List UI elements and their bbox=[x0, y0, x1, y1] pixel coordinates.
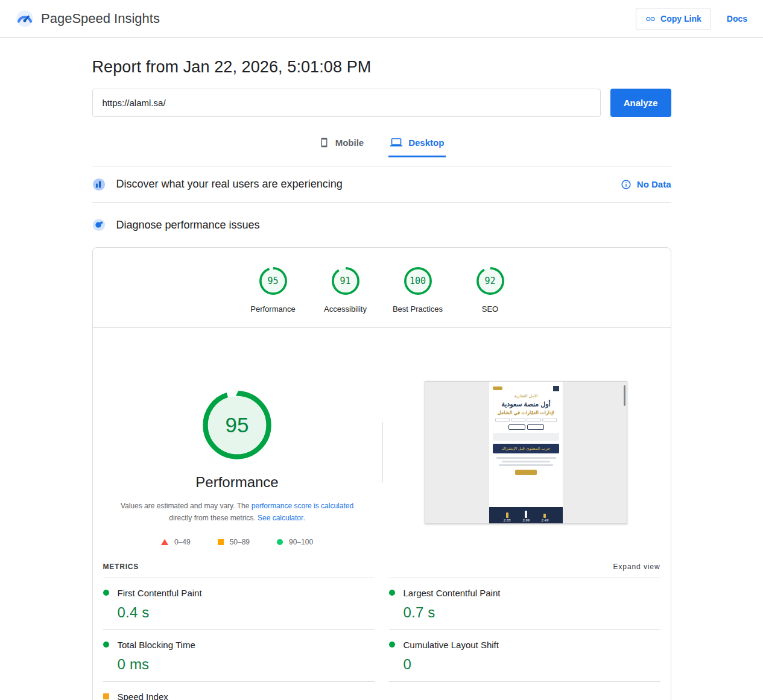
device-tabs: Mobile Desktop bbox=[92, 133, 671, 157]
lighthouse-report-card: 95 Performance 91 Accessibility bbox=[92, 247, 671, 700]
tab-desktop-label: Desktop bbox=[408, 137, 444, 148]
thumbnail-stat: 3.99 bbox=[522, 511, 530, 522]
category-score: 100 bbox=[402, 265, 434, 297]
performance-gauge-panel: 95 Performance Values are estimated and … bbox=[93, 328, 382, 546]
thumbnail-stat: 2.49 bbox=[542, 514, 549, 522]
metric-value: 0.4 s bbox=[118, 604, 375, 621]
url-form: Analyze bbox=[92, 89, 671, 117]
metrics-right-column: Largest Contentful Paint 0.7 s Cumulativ… bbox=[389, 578, 660, 700]
thumbnail-header bbox=[493, 385, 559, 392]
thumbnail-text-lines bbox=[493, 457, 559, 466]
metric-name: Total Blocking Time bbox=[118, 640, 195, 650]
thumbnail-site-logo bbox=[553, 386, 559, 391]
performance-gauge: 95 bbox=[201, 389, 273, 461]
legend-fail: 0–49 bbox=[161, 538, 191, 546]
score-calculation-link[interactable]: performance score is calculated bbox=[252, 502, 353, 510]
metrics-left-column: First Contentful Paint 0.4 s Total Block… bbox=[103, 578, 375, 700]
metric-name: Cumulative Layout Shift bbox=[404, 640, 499, 650]
performance-score: 95 bbox=[201, 389, 273, 461]
topbar-actions: Copy Link Docs bbox=[636, 8, 747, 30]
category-gauge-best-practices[interactable]: 100 Best Practices bbox=[382, 265, 454, 314]
legend-pass: 90–100 bbox=[277, 538, 313, 546]
app-title: PageSpeed Insights bbox=[41, 11, 160, 27]
field-data-icon bbox=[92, 178, 106, 191]
category-label: Best Practices bbox=[393, 304, 443, 314]
disclaimer-text: directly from these metrics. bbox=[169, 514, 255, 522]
metric-name: Largest Contentful Paint bbox=[404, 588, 501, 598]
metric-name: First Contentful Paint bbox=[118, 588, 202, 598]
metric-largest-contentful-paint: Largest Contentful Paint 0.7 s bbox=[389, 578, 660, 630]
thumbnail-feature-chips bbox=[495, 418, 557, 422]
docs-link[interactable]: Docs bbox=[727, 14, 747, 24]
thumbnail-subheadline: لإدارات العقارات في الشامل bbox=[498, 410, 554, 415]
field-data-section: Discover what your real users are experi… bbox=[92, 166, 671, 203]
field-section-title: Discover what your real users are experi… bbox=[116, 178, 343, 191]
metric-name: Speed Index bbox=[118, 692, 168, 700]
thumbnail-cta-chip bbox=[493, 386, 502, 390]
thumbnail-page-content: الامل العقارية أول منصة سعودية لإدارات ا… bbox=[489, 382, 563, 523]
column-divider bbox=[382, 422, 383, 482]
metrics-header: METRICS Expand view bbox=[93, 546, 671, 578]
category-score: 95 bbox=[258, 265, 289, 297]
metric-value: 0.7 s bbox=[404, 604, 660, 621]
info-icon bbox=[621, 179, 632, 190]
copy-link-button[interactable]: Copy Link bbox=[636, 8, 711, 30]
thumbnail-banner-text: جرب المحتوى قبل الإشتراك bbox=[493, 444, 559, 453]
metrics-title: METRICS bbox=[103, 563, 139, 571]
no-data-status[interactable]: No Data bbox=[621, 179, 671, 190]
category-label: SEO bbox=[482, 304, 498, 314]
category-gauge-seo[interactable]: 92 SEO bbox=[454, 265, 527, 314]
category-score: 92 bbox=[475, 265, 506, 297]
pass-circle-icon bbox=[277, 539, 283, 545]
metrics-grid: First Contentful Paint 0.4 s Total Block… bbox=[93, 578, 671, 700]
page-screenshot-thumbnail[interactable]: الامل العقارية أول منصة سعودية لإدارات ا… bbox=[425, 381, 627, 524]
tab-desktop[interactable]: Desktop bbox=[388, 133, 446, 157]
category-gauge-performance[interactable]: 95 Performance bbox=[237, 265, 309, 314]
score-legend: 0–49 50–89 90–100 bbox=[161, 538, 313, 546]
pagespeed-logo-icon bbox=[16, 10, 34, 28]
performance-overview: 95 Performance Values are estimated and … bbox=[93, 328, 671, 546]
metric-status-dot bbox=[389, 642, 395, 648]
metric-status-dot bbox=[389, 590, 395, 596]
metric-value: 0 bbox=[404, 656, 660, 673]
legend-average: 50–89 bbox=[218, 538, 250, 546]
tab-mobile[interactable]: Mobile bbox=[317, 133, 366, 157]
thumbnail-brand-text: الامل العقارية bbox=[514, 394, 537, 399]
metric-status-dot bbox=[103, 642, 109, 648]
thumbnail-headline: أول منصة سعودية bbox=[501, 400, 550, 408]
top-app-bar: PageSpeed Insights Copy Link Docs bbox=[0, 0, 763, 38]
phone-icon bbox=[319, 137, 329, 148]
thumbnail-stat: 2.85 bbox=[504, 512, 511, 522]
lab-data-icon bbox=[92, 218, 106, 232]
performance-gauge-label: Performance bbox=[195, 474, 278, 491]
no-data-label: No Data bbox=[637, 179, 671, 189]
thumbnail-scrollbar bbox=[624, 385, 625, 406]
see-calculator-link[interactable]: See calculator. bbox=[258, 514, 305, 522]
thumbnail-stats-band: 2.85 3.99 2.49 bbox=[489, 507, 563, 523]
expand-view-button[interactable]: Expand view bbox=[613, 563, 660, 571]
legend-range: 0–49 bbox=[174, 538, 191, 546]
legend-range: 50–89 bbox=[230, 538, 250, 546]
screenshot-panel: الامل العقارية أول منصة سعودية لإدارات ا… bbox=[382, 328, 671, 546]
metric-total-blocking-time: Total Blocking Time 0 ms bbox=[103, 630, 375, 682]
category-gauges-row: 95 Performance 91 Accessibility bbox=[93, 248, 671, 328]
disclaimer-text: Values are estimated and may vary. The bbox=[121, 502, 249, 510]
main-content: Report from Jan 22, 2026, 5:01:08 PM Ana… bbox=[92, 58, 671, 700]
metric-status-dot bbox=[103, 590, 109, 596]
lab-section-header: Diagnose performance issues bbox=[92, 203, 671, 247]
thumbnail-buttons bbox=[508, 424, 544, 430]
link-icon bbox=[645, 14, 656, 24]
analyze-button[interactable]: Analyze bbox=[610, 89, 671, 117]
average-square-icon bbox=[218, 539, 224, 545]
url-input[interactable] bbox=[92, 89, 601, 117]
legend-range: 90–100 bbox=[289, 538, 313, 546]
category-label: Performance bbox=[250, 304, 295, 314]
thumbnail-placeholder-block bbox=[493, 433, 559, 441]
category-gauge-accessibility[interactable]: 91 Accessibility bbox=[309, 265, 382, 314]
thumbnail-gold-button bbox=[515, 470, 537, 475]
fail-triangle-icon bbox=[161, 539, 168, 545]
category-score: 91 bbox=[330, 265, 361, 297]
copy-link-label: Copy Link bbox=[660, 14, 701, 24]
metric-status-dot bbox=[103, 693, 109, 699]
lab-section-title: Diagnose performance issues bbox=[116, 219, 260, 232]
